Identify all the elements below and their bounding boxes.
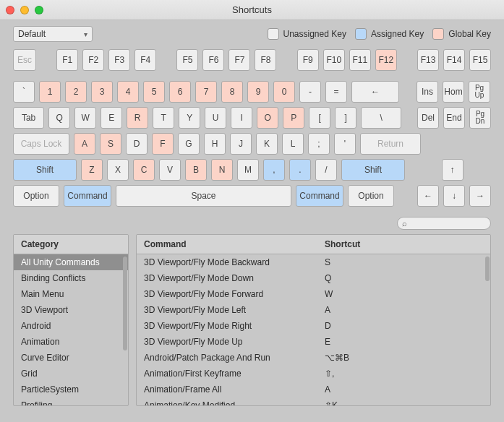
category-row[interactable]: All Unity Commands — [14, 254, 128, 270]
command-row[interactable]: Animation/Frame AllA — [137, 382, 490, 397]
key-f6[interactable]: F6 — [202, 49, 224, 71]
key-backslash[interactable]: \ — [361, 107, 401, 129]
command-row[interactable]: 3D Viewport/Fly Mode ForwardW — [137, 286, 490, 302]
key-semicolon[interactable]: ; — [308, 133, 330, 155]
key-minus[interactable]: - — [299, 81, 321, 103]
key-backtick[interactable]: ` — [13, 81, 35, 103]
command-row[interactable]: 3D Viewport/Fly Mode RightD — [137, 318, 490, 334]
command-row[interactable]: 3D Viewport/Fly Mode LeftA — [137, 302, 490, 318]
category-row[interactable]: Profiling — [14, 397, 128, 405]
key-f1[interactable]: F1 — [56, 49, 78, 71]
search-input[interactable]: ⌕ — [397, 217, 491, 230]
key-x[interactable]: X — [107, 159, 129, 181]
key-6[interactable]: 6 — [169, 81, 191, 103]
category-row[interactable]: ParticleSystem — [14, 382, 128, 397]
category-row[interactable]: Grid — [14, 366, 128, 382]
key-f7[interactable]: F7 — [228, 49, 250, 71]
key-f[interactable]: F — [152, 133, 174, 155]
category-row[interactable]: Animation — [14, 334, 128, 350]
key-f3[interactable]: F3 — [108, 49, 130, 71]
command-row[interactable]: 3D Viewport/Fly Mode UpE — [137, 334, 490, 350]
command-row[interactable]: Animation/Key Modified⇧K — [137, 397, 490, 405]
key-lshift[interactable]: Shift — [13, 159, 77, 181]
key-q[interactable]: Q — [48, 107, 70, 129]
key-del[interactable]: Del — [417, 107, 439, 129]
key-v[interactable]: V — [159, 159, 181, 181]
key-pgup[interactable]: Pg Up — [469, 81, 490, 103]
scroll-thumb-icon[interactable] — [123, 257, 127, 350]
key-0[interactable]: 0 — [273, 81, 295, 103]
scroll-thumb-icon[interactable] — [485, 257, 490, 281]
category-row[interactable]: 3D Viewport — [14, 302, 128, 318]
key-y[interactable]: Y — [179, 107, 200, 129]
command-row[interactable]: Animation/First Keyframe⇧, — [137, 366, 490, 382]
key-backspace[interactable]: ← — [351, 81, 399, 103]
key-capslock[interactable]: Caps Lock — [13, 133, 69, 155]
key-n[interactable]: N — [211, 159, 233, 181]
key-7[interactable]: 7 — [195, 81, 217, 103]
key-b[interactable]: B — [185, 159, 207, 181]
key-esc[interactable]: Esc — [13, 49, 36, 71]
key-l[interactable]: L — [282, 133, 304, 155]
command-scrollbar[interactable] — [484, 255, 490, 405]
key-rshift[interactable]: Shift — [341, 159, 405, 181]
key-e[interactable]: E — [101, 107, 122, 129]
key-equals[interactable]: = — [325, 81, 347, 103]
key-5[interactable]: 5 — [143, 81, 165, 103]
key-right[interactable]: → — [469, 185, 491, 207]
key-k[interactable]: K — [256, 133, 278, 155]
key-return[interactable]: Return — [360, 133, 421, 155]
key-f9[interactable]: F9 — [297, 49, 319, 71]
key-g[interactable]: G — [178, 133, 200, 155]
key-up[interactable]: ↑ — [442, 159, 464, 181]
key-9[interactable]: 9 — [247, 81, 269, 103]
key-end[interactable]: End — [443, 107, 465, 129]
key-loption[interactable]: Option — [13, 185, 59, 207]
key-f15[interactable]: F15 — [469, 49, 491, 71]
key-comma[interactable]: , — [263, 159, 285, 181]
key-period[interactable]: . — [289, 159, 311, 181]
key-4[interactable]: 4 — [117, 81, 139, 103]
category-row[interactable]: Curve Editor — [14, 350, 128, 366]
key-f10[interactable]: F10 — [323, 49, 345, 71]
key-8[interactable]: 8 — [221, 81, 243, 103]
key-r[interactable]: R — [127, 107, 148, 129]
key-f5[interactable]: F5 — [176, 49, 198, 71]
category-row[interactable]: Binding Conflicts — [14, 270, 128, 286]
key-c[interactable]: C — [133, 159, 155, 181]
key-m[interactable]: M — [237, 159, 259, 181]
key-f14[interactable]: F14 — [443, 49, 465, 71]
key-u[interactable]: U — [205, 107, 226, 129]
key-3[interactable]: 3 — [91, 81, 113, 103]
category-scrollbar[interactable] — [121, 255, 127, 405]
key-f8[interactable]: F8 — [255, 49, 276, 71]
key-o[interactable]: O — [257, 107, 278, 129]
key-z[interactable]: Z — [81, 159, 103, 181]
key-space[interactable]: Space — [116, 185, 291, 207]
key-ins[interactable]: Ins — [417, 81, 438, 103]
key-s[interactable]: S — [100, 133, 121, 155]
key-tab[interactable]: Tab — [13, 107, 44, 129]
key-rcommand[interactable]: Command — [296, 185, 343, 207]
command-row[interactable]: Android/Patch Package And Run⌥⌘B — [137, 350, 490, 366]
key-f11[interactable]: F11 — [349, 49, 371, 71]
category-row[interactable]: Android — [14, 318, 128, 334]
key-t[interactable]: T — [153, 107, 174, 129]
key-rbracket[interactable]: ] — [335, 107, 356, 129]
key-p[interactable]: P — [283, 107, 304, 129]
key-down[interactable]: ↓ — [443, 185, 465, 207]
key-pgdn[interactable]: Pg Dn — [469, 107, 491, 129]
key-roption[interactable]: Option — [348, 185, 394, 207]
key-2[interactable]: 2 — [65, 81, 87, 103]
key-f12[interactable]: F12 — [375, 49, 397, 71]
key-f4[interactable]: F4 — [134, 49, 156, 71]
key-d[interactable]: D — [126, 133, 148, 155]
profile-select[interactable]: Default ▾ — [13, 26, 93, 42]
category-row[interactable]: Main Menu — [14, 286, 128, 302]
key-left[interactable]: ← — [417, 185, 439, 207]
key-quote[interactable]: ' — [334, 133, 356, 155]
key-slash[interactable]: / — [315, 159, 337, 181]
command-row[interactable]: 3D Viewport/Fly Mode BackwardS — [137, 254, 490, 270]
key-i[interactable]: I — [231, 107, 252, 129]
key-f13[interactable]: F13 — [417, 49, 439, 71]
